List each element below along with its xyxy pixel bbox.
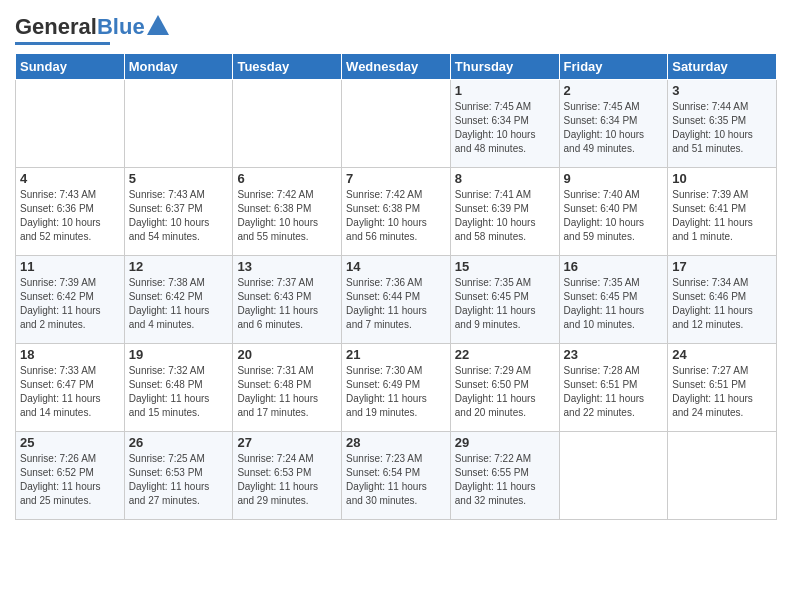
day-info: Sunrise: 7:34 AMSunset: 6:46 PMDaylight:…	[672, 276, 772, 332]
day-info: Sunrise: 7:23 AMSunset: 6:54 PMDaylight:…	[346, 452, 446, 508]
day-info: Sunrise: 7:26 AMSunset: 6:52 PMDaylight:…	[20, 452, 120, 508]
calendar-cell: 2Sunrise: 7:45 AMSunset: 6:34 PMDaylight…	[559, 80, 668, 168]
day-number: 23	[564, 347, 664, 362]
day-number: 16	[564, 259, 664, 274]
day-info: Sunrise: 7:44 AMSunset: 6:35 PMDaylight:…	[672, 100, 772, 156]
day-number: 3	[672, 83, 772, 98]
day-info: Sunrise: 7:31 AMSunset: 6:48 PMDaylight:…	[237, 364, 337, 420]
calendar-cell: 17Sunrise: 7:34 AMSunset: 6:46 PMDayligh…	[668, 256, 777, 344]
svg-marker-0	[147, 15, 169, 35]
calendar-cell: 13Sunrise: 7:37 AMSunset: 6:43 PMDayligh…	[233, 256, 342, 344]
calendar-cell	[668, 432, 777, 520]
calendar-cell: 11Sunrise: 7:39 AMSunset: 6:42 PMDayligh…	[16, 256, 125, 344]
day-info: Sunrise: 7:42 AMSunset: 6:38 PMDaylight:…	[237, 188, 337, 244]
day-info: Sunrise: 7:32 AMSunset: 6:48 PMDaylight:…	[129, 364, 229, 420]
day-number: 14	[346, 259, 446, 274]
logo: General Blue	[15, 14, 169, 45]
calendar-cell	[233, 80, 342, 168]
logo-underline	[15, 42, 110, 45]
calendar-cell	[16, 80, 125, 168]
header: General Blue	[15, 10, 777, 45]
calendar-cell: 5Sunrise: 7:43 AMSunset: 6:37 PMDaylight…	[124, 168, 233, 256]
calendar-cell: 8Sunrise: 7:41 AMSunset: 6:39 PMDaylight…	[450, 168, 559, 256]
calendar-cell: 29Sunrise: 7:22 AMSunset: 6:55 PMDayligh…	[450, 432, 559, 520]
day-info: Sunrise: 7:25 AMSunset: 6:53 PMDaylight:…	[129, 452, 229, 508]
day-info: Sunrise: 7:36 AMSunset: 6:44 PMDaylight:…	[346, 276, 446, 332]
calendar-cell: 10Sunrise: 7:39 AMSunset: 6:41 PMDayligh…	[668, 168, 777, 256]
day-info: Sunrise: 7:24 AMSunset: 6:53 PMDaylight:…	[237, 452, 337, 508]
day-info: Sunrise: 7:38 AMSunset: 6:42 PMDaylight:…	[129, 276, 229, 332]
header-thursday: Thursday	[450, 54, 559, 80]
day-info: Sunrise: 7:42 AMSunset: 6:38 PMDaylight:…	[346, 188, 446, 244]
day-info: Sunrise: 7:43 AMSunset: 6:37 PMDaylight:…	[129, 188, 229, 244]
logo-icon	[147, 15, 169, 35]
calendar-cell: 15Sunrise: 7:35 AMSunset: 6:45 PMDayligh…	[450, 256, 559, 344]
day-number: 15	[455, 259, 555, 274]
day-number: 11	[20, 259, 120, 274]
header-wednesday: Wednesday	[342, 54, 451, 80]
calendar-cell: 26Sunrise: 7:25 AMSunset: 6:53 PMDayligh…	[124, 432, 233, 520]
day-number: 8	[455, 171, 555, 186]
day-number: 10	[672, 171, 772, 186]
calendar-cell: 20Sunrise: 7:31 AMSunset: 6:48 PMDayligh…	[233, 344, 342, 432]
calendar-week-row: 18Sunrise: 7:33 AMSunset: 6:47 PMDayligh…	[16, 344, 777, 432]
calendar-cell: 18Sunrise: 7:33 AMSunset: 6:47 PMDayligh…	[16, 344, 125, 432]
header-monday: Monday	[124, 54, 233, 80]
day-number: 17	[672, 259, 772, 274]
day-number: 2	[564, 83, 664, 98]
calendar-cell	[559, 432, 668, 520]
day-info: Sunrise: 7:45 AMSunset: 6:34 PMDaylight:…	[455, 100, 555, 156]
calendar-cell: 22Sunrise: 7:29 AMSunset: 6:50 PMDayligh…	[450, 344, 559, 432]
day-info: Sunrise: 7:43 AMSunset: 6:36 PMDaylight:…	[20, 188, 120, 244]
calendar-cell: 23Sunrise: 7:28 AMSunset: 6:51 PMDayligh…	[559, 344, 668, 432]
day-number: 19	[129, 347, 229, 362]
day-info: Sunrise: 7:40 AMSunset: 6:40 PMDaylight:…	[564, 188, 664, 244]
logo-blue: Blue	[97, 14, 145, 40]
calendar-cell: 27Sunrise: 7:24 AMSunset: 6:53 PMDayligh…	[233, 432, 342, 520]
day-number: 4	[20, 171, 120, 186]
day-number: 13	[237, 259, 337, 274]
day-number: 18	[20, 347, 120, 362]
calendar-cell: 16Sunrise: 7:35 AMSunset: 6:45 PMDayligh…	[559, 256, 668, 344]
calendar-cell: 3Sunrise: 7:44 AMSunset: 6:35 PMDaylight…	[668, 80, 777, 168]
header-friday: Friday	[559, 54, 668, 80]
day-info: Sunrise: 7:35 AMSunset: 6:45 PMDaylight:…	[564, 276, 664, 332]
day-info: Sunrise: 7:33 AMSunset: 6:47 PMDaylight:…	[20, 364, 120, 420]
calendar-week-row: 25Sunrise: 7:26 AMSunset: 6:52 PMDayligh…	[16, 432, 777, 520]
day-number: 21	[346, 347, 446, 362]
day-info: Sunrise: 7:29 AMSunset: 6:50 PMDaylight:…	[455, 364, 555, 420]
calendar-cell: 21Sunrise: 7:30 AMSunset: 6:49 PMDayligh…	[342, 344, 451, 432]
day-info: Sunrise: 7:45 AMSunset: 6:34 PMDaylight:…	[564, 100, 664, 156]
logo-general: General	[15, 14, 97, 40]
day-number: 22	[455, 347, 555, 362]
weekday-header-row: Sunday Monday Tuesday Wednesday Thursday…	[16, 54, 777, 80]
header-sunday: Sunday	[16, 54, 125, 80]
day-number: 6	[237, 171, 337, 186]
calendar-cell	[342, 80, 451, 168]
day-info: Sunrise: 7:35 AMSunset: 6:45 PMDaylight:…	[455, 276, 555, 332]
calendar-cell: 6Sunrise: 7:42 AMSunset: 6:38 PMDaylight…	[233, 168, 342, 256]
calendar-cell: 12Sunrise: 7:38 AMSunset: 6:42 PMDayligh…	[124, 256, 233, 344]
day-info: Sunrise: 7:30 AMSunset: 6:49 PMDaylight:…	[346, 364, 446, 420]
day-info: Sunrise: 7:22 AMSunset: 6:55 PMDaylight:…	[455, 452, 555, 508]
day-number: 25	[20, 435, 120, 450]
calendar-cell: 19Sunrise: 7:32 AMSunset: 6:48 PMDayligh…	[124, 344, 233, 432]
header-tuesday: Tuesday	[233, 54, 342, 80]
day-number: 9	[564, 171, 664, 186]
calendar-cell: 9Sunrise: 7:40 AMSunset: 6:40 PMDaylight…	[559, 168, 668, 256]
day-number: 12	[129, 259, 229, 274]
calendar-cell: 14Sunrise: 7:36 AMSunset: 6:44 PMDayligh…	[342, 256, 451, 344]
calendar-week-row: 11Sunrise: 7:39 AMSunset: 6:42 PMDayligh…	[16, 256, 777, 344]
day-number: 7	[346, 171, 446, 186]
day-number: 26	[129, 435, 229, 450]
day-number: 1	[455, 83, 555, 98]
day-number: 24	[672, 347, 772, 362]
page-container: General Blue Sunday Monday Tuesday Wedne…	[0, 0, 792, 525]
calendar-cell: 24Sunrise: 7:27 AMSunset: 6:51 PMDayligh…	[668, 344, 777, 432]
day-number: 28	[346, 435, 446, 450]
day-info: Sunrise: 7:39 AMSunset: 6:42 PMDaylight:…	[20, 276, 120, 332]
day-info: Sunrise: 7:28 AMSunset: 6:51 PMDaylight:…	[564, 364, 664, 420]
day-info: Sunrise: 7:27 AMSunset: 6:51 PMDaylight:…	[672, 364, 772, 420]
calendar-week-row: 1Sunrise: 7:45 AMSunset: 6:34 PMDaylight…	[16, 80, 777, 168]
day-info: Sunrise: 7:41 AMSunset: 6:39 PMDaylight:…	[455, 188, 555, 244]
